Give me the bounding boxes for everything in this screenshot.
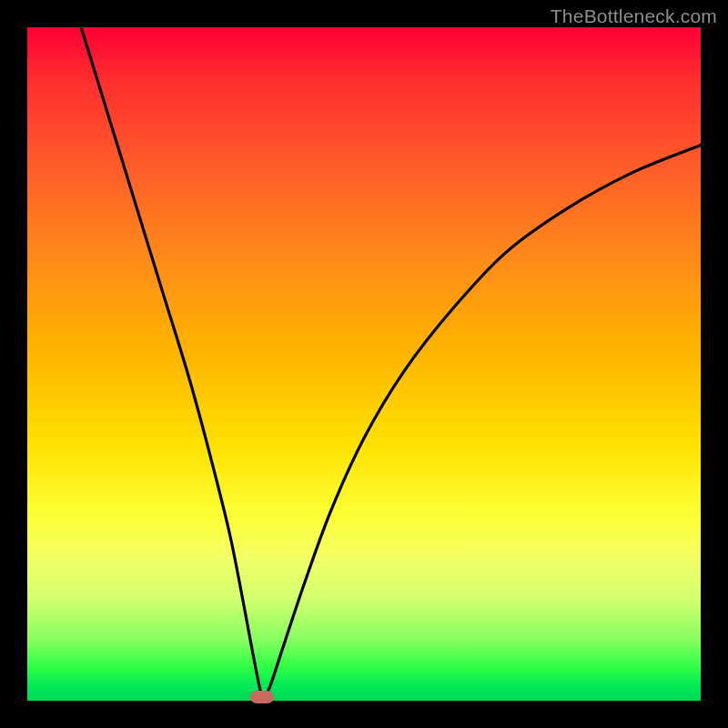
curve-svg: [27, 27, 701, 701]
bottleneck-curve-path: [81, 27, 701, 697]
watermark-text: TheBottleneck.com: [551, 5, 717, 27]
plot-area: [27, 27, 701, 701]
chart-frame: TheBottleneck.com: [0, 0, 728, 728]
minimum-marker: [250, 691, 274, 703]
